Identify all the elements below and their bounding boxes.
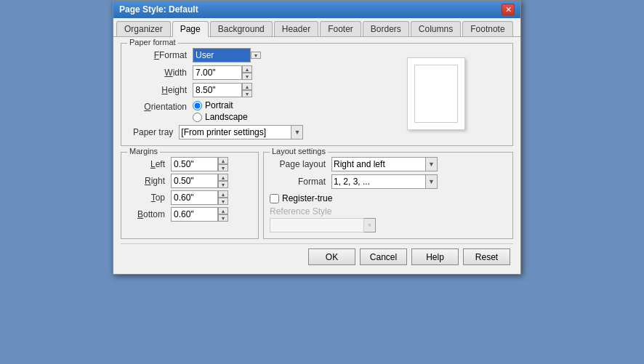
- right-label: Right: [127, 176, 171, 186]
- top-spinner-down[interactable]: ▼: [218, 198, 228, 205]
- format-row: FFormat ▼: [127, 48, 360, 62]
- right-spinner-up[interactable]: ▲: [218, 174, 228, 181]
- bottom-sections: Margins Left ▲ ▼: [121, 152, 513, 239]
- page-layout-select-wrapper: ▼: [331, 157, 438, 171]
- width-spinner-up[interactable]: ▲: [242, 65, 252, 73]
- paper-tray-row: Paper tray ▼: [133, 125, 360, 139]
- left-label: Left: [127, 159, 171, 169]
- bottom-row: Bottom ▲ ▼: [127, 207, 252, 222]
- reference-style-dropdown-btn: ▼: [364, 218, 376, 232]
- orientation-row: Orientation Portrait Landscape: [127, 100, 360, 122]
- landscape-label: Landscape: [205, 112, 248, 122]
- button-row: OK Cancel Help Reset: [121, 243, 513, 268]
- height-input[interactable]: [193, 83, 242, 97]
- bottom-spinner-down[interactable]: ▼: [218, 214, 228, 222]
- register-true-row: Register-true: [270, 193, 507, 203]
- landscape-option[interactable]: Landscape: [193, 112, 248, 122]
- ok-button[interactable]: OK: [308, 248, 355, 265]
- top-row: Top ▲ ▼: [127, 190, 252, 205]
- layout-format-input[interactable]: [331, 174, 426, 189]
- tab-page[interactable]: Page: [172, 21, 209, 37]
- portrait-option[interactable]: Portrait: [193, 100, 248, 110]
- reference-style-input: [270, 218, 364, 232]
- bottom-spinner-up[interactable]: ▲: [218, 207, 228, 214]
- cancel-button[interactable]: Cancel: [360, 248, 407, 265]
- dialog-title: Page Style: Default: [119, 4, 198, 15]
- width-row: Width ▲ ▼: [127, 65, 360, 80]
- right-spinner-down[interactable]: ▼: [218, 181, 228, 188]
- right-input-group: ▲ ▼: [171, 174, 228, 188]
- help-button[interactable]: Help: [411, 248, 459, 265]
- width-input-group: ▲ ▼: [193, 65, 252, 80]
- tab-organizer[interactable]: Organizer: [116, 21, 171, 36]
- layout-format-select-wrapper: ▼: [331, 174, 438, 189]
- margins-legend: Margins: [127, 147, 160, 155]
- margins-section: Margins Left ▲ ▼: [121, 152, 259, 239]
- register-true-label: Register-true: [282, 193, 332, 203]
- left-row: Left ▲ ▼: [127, 157, 252, 171]
- paper-tray-input[interactable]: [179, 125, 291, 139]
- portrait-radio[interactable]: [193, 101, 202, 110]
- tab-bar: Organizer Page Background Header Footer …: [113, 18, 520, 37]
- width-input[interactable]: [193, 65, 242, 80]
- right-input[interactable]: [171, 174, 218, 188]
- format-spinner: ▼: [251, 52, 261, 59]
- layout-format-dropdown-btn[interactable]: ▼: [426, 174, 438, 189]
- reference-style-label: Reference Style: [270, 206, 507, 217]
- left-spinner-up[interactable]: ▲: [218, 157, 228, 164]
- bottom-spinner: ▲ ▼: [218, 207, 228, 222]
- reference-style-select-wrapper: ▼: [270, 218, 507, 232]
- register-true-checkbox[interactable]: [270, 194, 279, 203]
- dialog: Page Style: Default ✕ Organizer Page Bac…: [113, 0, 521, 275]
- title-bar: Page Style: Default ✕: [113, 1, 520, 18]
- height-label: Height: [127, 85, 193, 95]
- format-label: FFormat: [127, 50, 193, 60]
- tab-header[interactable]: Header: [274, 21, 318, 36]
- paper-format-inner: FFormat ▼ Width: [127, 48, 507, 139]
- height-spinner-up[interactable]: ▲: [242, 83, 252, 90]
- right-row: Right ▲ ▼: [127, 174, 252, 188]
- tab-footnote[interactable]: Footnote: [462, 21, 512, 36]
- top-input[interactable]: [171, 190, 218, 205]
- top-spinner-up[interactable]: ▲: [218, 190, 228, 198]
- tab-borders[interactable]: Borders: [363, 21, 409, 36]
- tab-background[interactable]: Background: [210, 21, 273, 36]
- width-spinner-down[interactable]: ▼: [242, 73, 252, 80]
- format-input[interactable]: [193, 48, 251, 62]
- top-spinner: ▲ ▼: [218, 190, 228, 205]
- paper-tray-dropdown-btn[interactable]: ▼: [291, 125, 303, 139]
- close-button[interactable]: ✕: [502, 4, 515, 15]
- portrait-label: Portrait: [205, 100, 233, 110]
- page-layout-row: Page layout ▼: [270, 157, 507, 171]
- bottom-input[interactable]: [171, 207, 218, 222]
- height-spinner-down[interactable]: ▼: [242, 90, 252, 97]
- left-spinner-down[interactable]: ▼: [218, 164, 228, 171]
- layout-settings-legend: Layout settings: [270, 147, 328, 155]
- top-input-group: ▲ ▼: [171, 190, 228, 205]
- right-spinner: ▲ ▼: [218, 174, 228, 188]
- reset-button[interactable]: Reset: [463, 248, 510, 265]
- tab-columns[interactable]: Columns: [411, 21, 461, 36]
- page-layout-input[interactable]: [331, 157, 426, 171]
- format-input-group: ▼: [193, 48, 261, 62]
- paper-format-fields: FFormat ▼ Width: [127, 48, 360, 139]
- paper-tray-label: Paper tray: [133, 127, 173, 137]
- page-layout-dropdown-btn[interactable]: ▼: [426, 157, 438, 171]
- dialog-content: Paper format FFormat ▼: [113, 37, 520, 274]
- format-spinner-down[interactable]: ▼: [251, 52, 261, 59]
- left-input[interactable]: [171, 157, 218, 171]
- width-label: Width: [127, 68, 193, 78]
- tab-footer[interactable]: Footer: [320, 21, 361, 36]
- left-spinner: ▲ ▼: [218, 157, 228, 171]
- layout-settings-section: Layout settings Page layout ▼ Format ▼: [263, 152, 513, 239]
- paper-tray-select-wrapper: ▼: [179, 125, 303, 139]
- layout-format-row: Format ▼: [270, 174, 507, 189]
- landscape-radio[interactable]: [193, 113, 202, 122]
- page-layout-label: Page layout: [270, 159, 331, 169]
- left-input-group: ▲ ▼: [171, 157, 228, 171]
- width-spinner: ▲ ▼: [242, 65, 252, 80]
- orientation-group: Portrait Landscape: [193, 100, 248, 122]
- height-row: Height ▲ ▼: [127, 83, 360, 97]
- layout-format-label: Format: [270, 177, 331, 187]
- height-spinner: ▲ ▼: [242, 83, 252, 97]
